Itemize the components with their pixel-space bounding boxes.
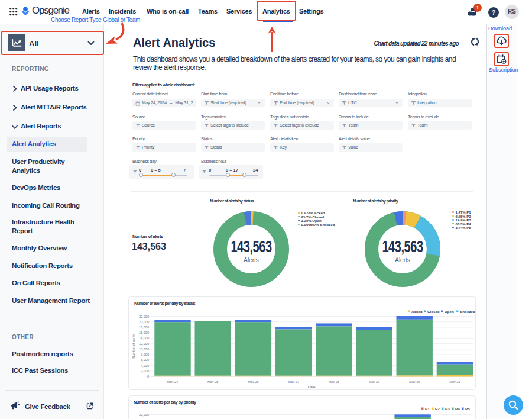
svg-text:22,000: 22,000 xyxy=(139,315,149,318)
svg-text:22,000: 22,000 xyxy=(139,413,149,417)
svg-text:May 24: May 24 xyxy=(167,380,178,383)
svg-text:May 31: May 31 xyxy=(449,380,460,383)
svg-text:Open: Open xyxy=(445,310,454,314)
svg-text:P3: P3 xyxy=(445,407,450,411)
svg-text:Date: Date xyxy=(308,385,316,389)
svg-text:P1: P1 xyxy=(425,407,430,411)
svg-text:Closed: Closed xyxy=(427,310,440,314)
svg-text:Snoozed: Snoozed xyxy=(460,310,475,314)
svg-text:6,000: 6,000 xyxy=(141,358,149,362)
svg-text:Acked: Acked xyxy=(411,310,423,314)
svg-text:20,000: 20,000 xyxy=(139,320,149,324)
svg-text:12,000: 12,000 xyxy=(139,342,149,346)
svg-text:8,000: 8,000 xyxy=(141,353,149,356)
svg-text:Number of alerts: Number of alerts xyxy=(132,334,135,359)
svg-text:2,000: 2,000 xyxy=(141,369,149,373)
svg-text:P2: P2 xyxy=(435,407,440,411)
svg-text:May 26: May 26 xyxy=(248,380,258,383)
svg-text:May 25: May 25 xyxy=(207,380,218,383)
svg-text:Number of alerts per day by st: Number of alerts per day by status xyxy=(134,301,195,306)
svg-text:P5: P5 xyxy=(465,407,470,411)
svg-text:P4: P4 xyxy=(455,407,460,411)
svg-text:May 29: May 29 xyxy=(369,380,379,383)
svg-text:4,000: 4,000 xyxy=(141,364,149,368)
svg-text:0: 0 xyxy=(147,375,149,378)
svg-text:May 28: May 28 xyxy=(329,380,339,383)
svg-text:10,000: 10,000 xyxy=(139,347,149,351)
svg-text:14,000: 14,000 xyxy=(139,336,149,340)
svg-text:Number of alerts per day by pr: Number of alerts per day by priority xyxy=(134,399,197,405)
svg-text:18,000: 18,000 xyxy=(139,325,149,329)
svg-text:May 30: May 30 xyxy=(409,380,420,383)
svg-text:May 27: May 27 xyxy=(288,380,299,383)
svg-text:16,000: 16,000 xyxy=(139,331,149,334)
